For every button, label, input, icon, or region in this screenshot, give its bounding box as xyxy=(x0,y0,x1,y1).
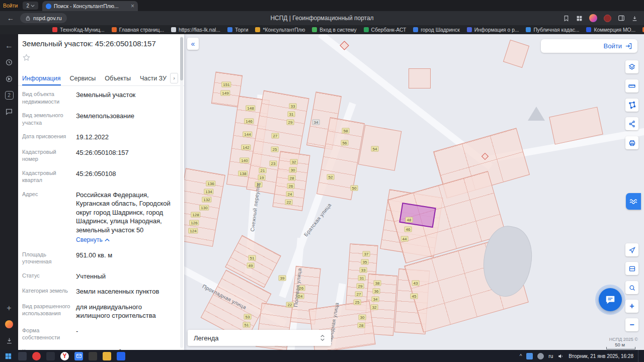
bookmark-flag-icon[interactable] xyxy=(563,15,570,22)
parcel-number-chip[interactable]: 33 xyxy=(360,267,367,273)
parcel-number-chip[interactable]: 38 xyxy=(374,281,381,286)
measure-ruler-button[interactable] xyxy=(625,79,638,93)
bookmark-item[interactable]: Сбербанк-АСТ xyxy=(364,27,407,33)
share-button[interactable] xyxy=(625,117,638,130)
bookmark-item[interactable]: город Шадринск xyxy=(413,27,459,33)
parcel-number-chip[interactable]: 21 xyxy=(259,168,267,173)
geolocation-button[interactable] xyxy=(625,243,638,256)
panel-scrollbar[interactable] xyxy=(180,36,183,348)
parcel-number-chip[interactable]: 130 xyxy=(199,205,209,211)
tabs-panel-icon[interactable]: 2 xyxy=(5,91,14,100)
url-field[interactable]: nspd.gov.ru xyxy=(20,13,67,23)
water-layers-button[interactable] xyxy=(626,193,641,210)
messenger-icon[interactable] xyxy=(5,107,14,116)
parcel-number-chip[interactable]: 39 xyxy=(279,276,286,281)
parcel-number-chip[interactable]: 151 xyxy=(221,82,231,87)
parcel-number-chip[interactable]: 128 xyxy=(191,212,200,218)
parcel-number-chip[interactable]: 51 xyxy=(243,322,251,328)
search-area-button[interactable] xyxy=(625,281,638,294)
language-indicator[interactable]: ru xyxy=(548,353,553,359)
zoom-in-button[interactable]: + xyxy=(625,300,638,313)
parcel-number-chip[interactable]: 27 xyxy=(355,292,363,297)
parcel-number-chip[interactable]: 33 xyxy=(289,104,297,109)
tray-expand-icon[interactable]: ^ xyxy=(520,353,522,359)
parcel-number-chip[interactable]: 58 xyxy=(342,128,350,134)
parcel-number-chip[interactable]: 27 xyxy=(272,133,279,139)
sidebar-toggle-icon[interactable] xyxy=(618,15,625,22)
cadastral-block[interactable] xyxy=(358,125,402,171)
taskbar-app-icon[interactable] xyxy=(117,352,125,360)
parcel-number-chip[interactable]: 144 xyxy=(243,132,252,137)
parcel-number-chip[interactable]: 34 xyxy=(372,297,379,302)
parcel-number-chip[interactable]: 29 xyxy=(287,120,294,125)
measure-area-button[interactable] xyxy=(625,99,638,112)
sidebar-add-icon[interactable]: + xyxy=(5,304,14,313)
parcel-number-chip[interactable]: 32 xyxy=(371,305,378,310)
parcel-number-chip[interactable]: 26 xyxy=(287,184,295,189)
bookmark-item[interactable]: Информация о р... xyxy=(467,27,519,33)
volume-icon[interactable] xyxy=(557,353,564,359)
panel-tab[interactable]: Информация xyxy=(22,71,61,85)
parcel-number-chip[interactable]: 24 xyxy=(286,192,294,197)
explorer-icon[interactable] xyxy=(103,352,111,360)
tray-icon[interactable] xyxy=(526,353,533,359)
parcel-number-chip[interactable]: 25 xyxy=(354,300,361,305)
map-canvas[interactable]: « Войти + − xyxy=(184,34,644,350)
taskbar-app-icon[interactable] xyxy=(89,352,97,360)
parcel-number-chip[interactable]: 19 xyxy=(258,175,266,180)
favorite-star-icon[interactable] xyxy=(22,53,31,63)
parcel-number-chip[interactable]: 45 xyxy=(411,294,418,299)
taskbar-app-icon[interactable] xyxy=(32,352,41,360)
mail-app-icon[interactable] xyxy=(74,352,83,360)
parcel-number-chip[interactable]: 126 xyxy=(189,220,199,226)
parcel-number-chip[interactable]: 56 xyxy=(341,140,349,146)
parcel-number-chip[interactable]: 31 xyxy=(288,112,295,117)
parcel-number-chip[interactable]: 25 xyxy=(271,147,279,152)
panels-button[interactable] xyxy=(625,262,638,275)
parcel-number-chip[interactable]: 48 xyxy=(406,217,413,223)
bookmark-item[interactable]: https://fias-lk.nal... xyxy=(171,27,220,33)
cadastral-block[interactable] xyxy=(503,40,529,68)
panel-collapse-button[interactable]: « xyxy=(187,38,199,50)
video-player-icon[interactable] xyxy=(5,74,14,83)
parcel-number-chip[interactable]: 138 xyxy=(238,171,248,176)
parcel-number-chip[interactable]: 50 xyxy=(351,186,358,191)
parcel-number-chip[interactable]: 148 xyxy=(246,106,255,111)
legend-expander-icon[interactable] xyxy=(320,335,325,341)
parcel-number-chip[interactable]: 29 xyxy=(357,284,364,289)
panel-tab[interactable]: Части ЗУ xyxy=(140,71,167,85)
parcel-number-chip[interactable]: 32 xyxy=(290,159,298,165)
yandex-services-icon[interactable] xyxy=(5,320,13,328)
parcel-number-chip[interactable]: 134 xyxy=(204,189,213,195)
bookmark-item[interactable]: Вход в систему xyxy=(312,27,356,33)
collapse-address-link[interactable]: Свернуть xyxy=(76,236,176,244)
alice-icon[interactable] xyxy=(604,15,611,22)
chat-support-button[interactable] xyxy=(599,288,622,311)
browser-tab[interactable]: Поиск - КонсультантПлю... × xyxy=(42,1,138,11)
parcel-number-chip[interactable]: 37 xyxy=(363,251,370,257)
parcel-number-chip[interactable]: 35 xyxy=(361,259,369,265)
parcel-number-chip[interactable]: 22 xyxy=(285,200,293,205)
parcel-number-chip[interactable]: 142 xyxy=(241,145,251,150)
layers-button[interactable] xyxy=(625,60,638,73)
sidebar-back-icon[interactable]: ← xyxy=(5,41,14,50)
parcel-number-chip[interactable]: 28 xyxy=(288,175,296,181)
yandex-browser-icon[interactable]: Y xyxy=(60,352,69,360)
parcel-number-chip[interactable]: 30 xyxy=(359,315,366,320)
parcel-number-chip[interactable]: 46 xyxy=(405,227,412,232)
scrollbar-thumb[interactable] xyxy=(180,37,183,80)
parcel-number-chip[interactable]: 52 xyxy=(327,174,335,180)
parcel-number-chip[interactable]: 44 xyxy=(401,236,409,242)
parcel-number-chip[interactable]: 140 xyxy=(239,158,249,163)
browser-sync-login-button[interactable]: Войти xyxy=(3,3,18,9)
print-button[interactable] xyxy=(625,136,638,149)
bookmark-item[interactable]: Публичная кадас... xyxy=(526,27,579,33)
history-icon[interactable] xyxy=(5,58,14,67)
taskbar-app-icon[interactable] xyxy=(46,352,55,360)
parcel-number-chip[interactable]: 31 xyxy=(358,276,366,281)
parcel-number-chip[interactable]: 28 xyxy=(358,323,365,328)
panel-tab[interactable]: Объекты xyxy=(105,71,131,85)
parcel-number-chip[interactable]: 136 xyxy=(206,181,215,187)
tabs-scroll-right-icon[interactable]: › xyxy=(170,73,178,83)
zoom-out-button[interactable]: − xyxy=(625,318,638,331)
